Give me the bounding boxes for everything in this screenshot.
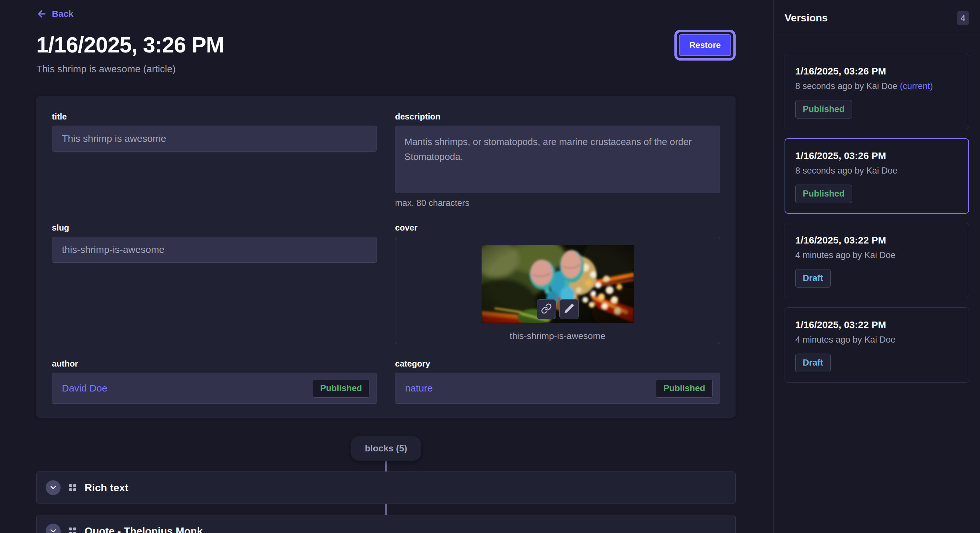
chevron-down-icon	[51, 528, 56, 533]
version-status-badge: Published	[795, 185, 852, 203]
block-label: Rich text	[84, 482, 128, 494]
version-meta: 4 minutes ago by Kai Doe	[795, 250, 958, 261]
cover-box: this-shrimp-is-awesome	[395, 237, 720, 344]
description-textarea: Mantis shrimps, or stomatopods, are mari…	[395, 125, 720, 193]
description-label: description	[395, 111, 720, 122]
restore-button[interactable]: Restore	[679, 34, 731, 56]
back-arrow-icon	[36, 8, 47, 19]
cover-caption: this-shrimp-is-awesome	[510, 331, 606, 341]
expand-chevron-button[interactable]	[46, 480, 60, 495]
category-link[interactable]: nature	[405, 383, 433, 394]
cover-label: cover	[395, 222, 720, 233]
page-title: 1/16/2025, 3:26 PM	[36, 32, 224, 58]
version-meta: 4 minutes ago by Kai Doe	[795, 334, 958, 345]
version-meta: 8 seconds ago by Kai Doe (current)	[795, 81, 958, 92]
category-relation: nature Published	[395, 373, 720, 404]
category-label: category	[395, 359, 720, 369]
description-field: description Mantis shrimps, or stomatopo…	[395, 111, 720, 208]
version-status-badge: Draft	[795, 269, 830, 287]
back-label: Back	[52, 9, 73, 19]
slug-label: slug	[52, 222, 377, 233]
blocks-pill: blocks (5)	[351, 436, 422, 461]
block-accordion-quote[interactable]: Quote - Thelonius Monk	[36, 515, 736, 533]
versions-title: Versions	[784, 12, 828, 24]
edit-media-button[interactable]	[559, 299, 579, 319]
version-form-card: title This shrimp is awesome description…	[36, 96, 736, 418]
block-label: Quote - Thelonius Monk	[84, 525, 202, 533]
page-header: 1/16/2025, 3:26 PM This shrimp is awesom…	[36, 32, 736, 76]
blocks-connector-mid	[385, 503, 387, 515]
version-card[interactable]: 1/16/2025, 03:22 PM 4 minutes ago by Kai…	[784, 223, 969, 298]
slug-field: slug this-shrimp-is-awesome	[52, 222, 377, 263]
category-status-badge: Published	[656, 379, 713, 398]
drag-handle-icon	[69, 528, 76, 533]
pencil-icon	[563, 303, 574, 316]
author-status-badge: Published	[313, 379, 369, 398]
author-field: author David Doe Published	[52, 359, 377, 404]
title-field: title This shrimp is awesome	[52, 111, 377, 152]
slug-input: this-shrimp-is-awesome	[52, 237, 377, 263]
cover-actions	[537, 299, 579, 319]
version-meta-text: 4 minutes ago by Kai Doe	[795, 335, 896, 344]
version-meta-text: 8 seconds ago by Kai Doe	[795, 166, 897, 176]
blocks-connector-top	[385, 460, 387, 471]
category-field: category nature Published	[395, 359, 720, 404]
title-label: title	[52, 111, 377, 122]
version-meta: 8 seconds ago by Kai Doe	[795, 165, 958, 176]
link-icon	[541, 303, 552, 316]
version-meta-text: 8 seconds ago by Kai Doe	[795, 81, 897, 91]
chevron-down-icon	[51, 485, 56, 490]
versions-header: Versions 4	[773, 0, 980, 36]
version-date: 1/16/2025, 03:22 PM	[795, 234, 958, 246]
version-card[interactable]: 1/16/2025, 03:26 PM 8 seconds ago by Kai…	[784, 54, 969, 129]
version-card-selected[interactable]: 1/16/2025, 03:26 PM 8 seconds ago by Kai…	[784, 138, 969, 214]
cover-field: cover	[395, 222, 720, 344]
title-input: This shrimp is awesome	[52, 125, 377, 152]
block-accordion-rich-text[interactable]: Rich text	[36, 471, 736, 504]
version-list: 1/16/2025, 03:26 PM 8 seconds ago by Kai…	[773, 36, 980, 383]
version-meta-text: 4 minutes ago by Kai Doe	[795, 250, 896, 260]
drag-handle-icon	[69, 484, 76, 491]
version-current-tag: (current)	[900, 81, 933, 91]
expand-chevron-button[interactable]	[46, 523, 60, 533]
page-subtitle: This shrimp is awesome (article)	[36, 62, 224, 76]
version-status-badge: Published	[795, 100, 852, 119]
version-date: 1/16/2025, 03:22 PM	[795, 319, 958, 331]
cover-image	[482, 245, 634, 323]
version-card[interactable]: 1/16/2025, 03:22 PM 4 minutes ago by Kai…	[784, 307, 969, 383]
author-link[interactable]: David Doe	[62, 383, 107, 394]
main-content: Back 1/16/2025, 3:26 PM This shrimp is a…	[0, 0, 773, 533]
copy-link-button[interactable]	[537, 299, 556, 319]
back-link[interactable]: Back	[36, 8, 73, 19]
versions-sidebar: Versions 4 1/16/2025, 03:26 PM 8 seconds…	[773, 0, 980, 533]
versions-count-badge: 4	[957, 11, 969, 25]
author-label: author	[52, 359, 377, 369]
description-hint: max. 80 characters	[395, 198, 720, 208]
version-date: 1/16/2025, 03:26 PM	[795, 150, 958, 162]
author-relation: David Doe Published	[52, 373, 377, 404]
blocks-section: blocks (5) Rich text Quote - Thelonius M…	[36, 436, 736, 533]
version-date: 1/16/2025, 03:26 PM	[795, 65, 958, 78]
version-status-badge: Draft	[795, 354, 830, 372]
